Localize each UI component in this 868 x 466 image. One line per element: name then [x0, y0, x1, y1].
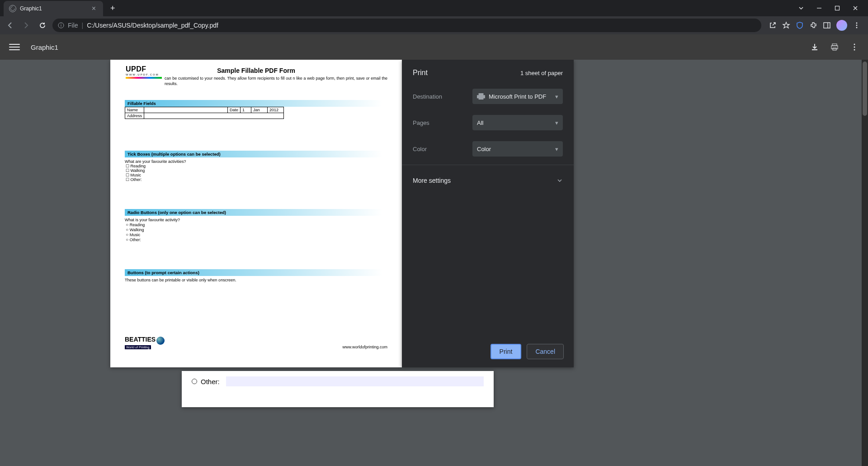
bookmark-icon[interactable]: [782, 21, 790, 29]
section-buttons: Buttons (to prompt certain actions): [125, 269, 387, 276]
tickbox-question: What are your favourite activities?: [125, 159, 387, 164]
svg-point-9: [856, 27, 858, 29]
pdf-viewer-toolbar: Graphic1: [0, 34, 868, 60]
chevron-down-icon: [557, 177, 563, 184]
radio-label: Other:: [201, 378, 220, 385]
underlying-pdf-page: Other:: [182, 371, 494, 407]
date-month: Jan: [251, 107, 268, 113]
forward-button[interactable]: [20, 19, 33, 32]
print-dialog-title: Print: [413, 69, 428, 77]
radio-option: Walking: [126, 227, 387, 232]
tab-close-icon[interactable]: ×: [90, 5, 98, 13]
chevron-down-icon: ▾: [555, 93, 558, 100]
radio-option: Other:: [126, 237, 387, 242]
section-fillable-fields: Fillable Fields: [125, 100, 387, 107]
pages-label: Pages: [413, 119, 467, 126]
checkbox-option: Reading: [126, 164, 387, 168]
vertical-scrollbar[interactable]: [862, 60, 868, 466]
table-row: Address: [125, 113, 284, 119]
close-window-button[interactable]: [848, 2, 863, 14]
color-select[interactable]: Color ▾: [472, 141, 563, 157]
url-scheme: File: [68, 22, 78, 29]
color-label: Color: [413, 146, 467, 152]
back-button[interactable]: [4, 19, 16, 32]
other-text-input[interactable]: [226, 376, 484, 386]
date-day: 1: [241, 107, 251, 113]
checkbox-option: Music: [126, 173, 387, 177]
download-icon[interactable]: [810, 43, 819, 52]
pdf-document-title: Graphic1: [31, 43, 58, 51]
extensions-icon[interactable]: [809, 21, 817, 29]
url-field[interactable]: File | C:/Users/ASUS/Desktop/sample_pdf_…: [52, 19, 761, 32]
info-icon: [58, 22, 64, 29]
radio-option: Music: [126, 232, 387, 237]
browser-titlebar: Graphic1 × +: [0, 0, 868, 16]
checkbox-option: Walking: [126, 168, 387, 173]
print-button[interactable]: Print: [491, 344, 522, 359]
radio-option-other[interactable]: Other:: [192, 376, 484, 386]
sidepanel-icon[interactable]: [823, 21, 831, 29]
tab-title: Graphic1: [20, 5, 90, 12]
destination-select[interactable]: Microsoft Print to PDF ▾: [472, 89, 563, 104]
doc-intro: can be customised to your needs. They al…: [125, 76, 387, 86]
new-tab-button[interactable]: +: [110, 4, 115, 13]
table-row: Name Date 1 Jan 2012: [125, 107, 284, 113]
pages-value: All: [477, 119, 483, 126]
svg-point-14: [854, 47, 855, 48]
svg-rect-1: [835, 6, 840, 10]
pages-select[interactable]: All ▾: [472, 115, 563, 130]
minimize-button[interactable]: [812, 2, 826, 14]
profile-avatar[interactable]: [836, 20, 847, 31]
menu-icon[interactable]: [853, 21, 861, 29]
maximize-button[interactable]: [830, 2, 844, 14]
browser-tab[interactable]: Graphic1 ×: [4, 1, 103, 16]
footer-brand-sub: World of Printing: [125, 345, 151, 349]
svg-point-15: [854, 49, 855, 51]
doc-logo: UPDF WWW.UPDF.COM: [126, 65, 162, 79]
cancel-button[interactable]: Cancel: [527, 344, 564, 359]
name-label: Name: [125, 107, 144, 113]
chevron-down-icon[interactable]: [794, 2, 808, 14]
svg-point-4: [61, 24, 61, 24]
scrollbar-thumb[interactable]: [863, 62, 867, 116]
date-year: 2012: [268, 107, 284, 113]
address-value: [144, 113, 284, 119]
svg-rect-5: [824, 23, 830, 28]
more-settings-label: More settings: [413, 177, 451, 184]
print-dialog: Print 1 sheet of paper Destination Micro…: [402, 60, 574, 367]
window-controls: [794, 2, 868, 14]
section-tickboxes: Tick Boxes (multiple options can be sele…: [125, 151, 387, 157]
fillable-fields-table: Name Date 1 Jan 2012 Address: [125, 107, 284, 119]
doc-title: Sample Fillable PDF Form: [125, 67, 387, 74]
svg-point-8: [856, 25, 858, 26]
buttons-text: These buttons can be printable or visibl…: [125, 278, 387, 282]
shield-icon[interactable]: [796, 21, 804, 29]
radio-question: What is your favourite activity?: [125, 218, 387, 222]
tab-favicon-icon: [9, 5, 16, 12]
url-path: C:/Users/ASUS/Desktop/sample_pdf_Copy.pd…: [87, 22, 218, 29]
sheet-count: 1 sheet of paper: [520, 70, 563, 76]
date-label: Date: [228, 107, 241, 113]
chevron-down-icon: ▾: [555, 119, 558, 126]
section-radio: Radio Buttons (only one option can be se…: [125, 209, 387, 216]
svg-point-13: [854, 44, 855, 45]
hamburger-icon[interactable]: [9, 42, 20, 52]
reload-button[interactable]: [36, 19, 49, 32]
doc-footer: BEATTIES World of Printing www.worldofpr…: [125, 336, 387, 349]
svg-point-7: [856, 23, 858, 24]
more-options-icon[interactable]: [850, 43, 859, 52]
radio-option: Reading: [126, 222, 387, 227]
address-bar: File | C:/Users/ASUS/Desktop/sample_pdf_…: [0, 16, 868, 34]
pdf-viewport[interactable]: UPDF WWW.UPDF.COM Sample Fillable PDF Fo…: [0, 60, 862, 466]
print-icon[interactable]: [830, 43, 839, 52]
name-value: [144, 107, 228, 113]
destination-value: Microsoft Print to PDF: [489, 93, 546, 100]
destination-label: Destination: [413, 93, 467, 100]
more-settings-toggle[interactable]: More settings: [402, 169, 574, 192]
color-value: Color: [477, 146, 491, 152]
svg-rect-10: [832, 44, 837, 46]
doc-logo-text: UPDF: [126, 65, 162, 73]
share-icon[interactable]: [769, 21, 777, 29]
radio-icon: [192, 379, 197, 384]
svg-rect-11: [831, 46, 838, 49]
